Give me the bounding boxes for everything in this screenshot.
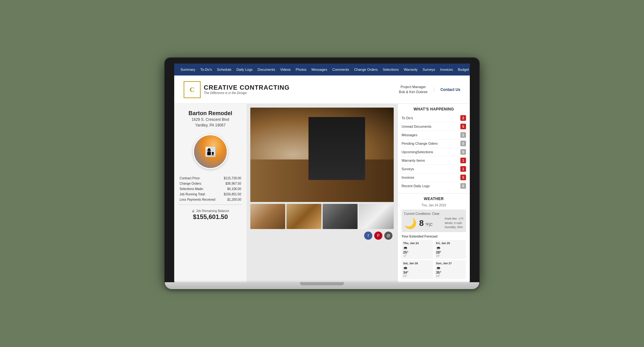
happening-item-change-orders[interactable]: Pending Change Oders 0 (402, 139, 466, 148)
thumbnail-4[interactable] (359, 204, 394, 229)
change-orders-value: $36,967.50 (221, 181, 241, 186)
header: C CREATIVE CONTRACTING The Difference is… (174, 76, 470, 104)
forecast-fri: Fri, Jan 25 🌧 28° 10° (435, 240, 466, 259)
payments-value: $1,200.00 (221, 197, 241, 202)
company-tagline: The Difference is in the Design (204, 91, 290, 95)
nav-warranty[interactable]: Warranty (401, 68, 420, 71)
happening-item-todos[interactable]: To Do's 2 (402, 114, 466, 122)
center-panel: f P @ (247, 104, 397, 282)
running-total-label: Job Running Total: (180, 192, 221, 197)
nav-bar: Summary To-Do's Schedule Daily Logs Docu… (174, 64, 470, 76)
logo-area: C CREATIVE CONTRACTING The Difference is… (184, 81, 290, 98)
happening-label-warranty: Warranty Items (402, 159, 425, 162)
laptop-base (165, 282, 479, 289)
social-icons: f P @ (250, 232, 394, 240)
financials-table: Contract Price: $115,728.00 Change Order… (179, 175, 242, 203)
balance-section: 🖨 Job Remaining Balance $155,601.50 (192, 209, 229, 221)
happening-label-docs: Unread Documents (402, 125, 431, 128)
right-panel: WHAT'S HAPPENING To Do's 2 Unread Docume… (397, 104, 470, 282)
logo-icon: C (184, 81, 201, 98)
main-content: Barton Remodel 1629 S. Crescent Blvd Yar… (174, 104, 470, 282)
selections-row: Selections Made: $4,106.00 (180, 187, 241, 191)
conditions-details: Feels like: -1°F Winds: 5 mph Humidity: … (445, 217, 464, 230)
selections-label: Selections Made: (180, 187, 221, 191)
nav-videos[interactable]: Videos (278, 68, 293, 71)
nav-selections[interactable]: Selections (380, 68, 401, 71)
nav-daily-logs[interactable]: Daily Logs (234, 68, 255, 71)
balance-label: 🖨 Job Remaining Balance (192, 209, 229, 213)
printer-icon: 🖨 (192, 209, 195, 213)
happening-badge-daily-logs: 0 (460, 183, 466, 189)
thumbnail-3[interactable] (323, 204, 358, 229)
happening-badge-messages: 1 (460, 132, 466, 138)
nav-comments[interactable]: Comments (330, 68, 352, 71)
happening-label-change-orders: Pending Change Oders (402, 142, 438, 145)
happening-badge-todos: 2 (460, 115, 466, 121)
whats-happening-section: WHAT'S HAPPENING To Do's 2 Unread Docume… (398, 104, 470, 193)
nav-todos[interactable]: To-Do's (198, 68, 214, 71)
happening-item-selections[interactable]: UpcomingSelections 0 (402, 148, 466, 156)
payments-row: Less Payments Received: $1,200.00 (180, 197, 241, 202)
nav-change-orders[interactable]: Change Orders (352, 68, 380, 71)
happening-badge-change-orders: 0 (460, 141, 466, 146)
current-conditions: Current Conditions: Clear 🌙 8 °F|C (402, 210, 466, 232)
weather-section: WEATHER Thu, Jan 24 2019 Current Conditi… (398, 193, 470, 282)
screen: Summary To-Do's Schedule Daily Logs Docu… (174, 64, 470, 282)
happening-item-daily-logs[interactable]: Recent Daily Logs 0 (402, 182, 466, 190)
pinterest-icon[interactable]: P (374, 232, 382, 240)
conditions-label: Current Conditions: Clear (404, 212, 464, 215)
forecast-grid: Thu, Jan 24 🌧 25° -2° Fri, Jan 25 🌧 28° (402, 240, 466, 279)
thumbnail-1[interactable] (250, 204, 285, 229)
email-icon[interactable]: @ (384, 232, 392, 240)
financials: Contract Price: $115,728.00 Change Order… (179, 175, 242, 207)
weather-date: Thu, Jan 24 2019 (402, 204, 466, 207)
project-title: Barton Remodel 1629 S. Crescent Blvd Yar… (188, 110, 232, 128)
thumbnail-2[interactable] (286, 204, 321, 229)
nav-summary[interactable]: Summary (178, 68, 198, 71)
avatar-image: 👩‍👦 (194, 135, 227, 168)
contract-price-label: Contract Price: (180, 176, 221, 181)
left-panel: Barton Remodel 1629 S. Crescent Blvd Yar… (174, 104, 247, 282)
forecast-sat: Sat, Jan 26 🌧 34° 23° (402, 260, 433, 279)
nav-photos[interactable]: Photos (293, 68, 309, 71)
header-right: Project Manager Bob & Kim Dubree Contact… (399, 85, 460, 94)
room-scene-image (250, 108, 394, 202)
project-manager-info: Project Manager Bob & Kim Dubree (399, 85, 428, 94)
change-orders-label: Change Orders: (180, 181, 221, 186)
happening-item-messages[interactable]: Messages 1 (402, 131, 466, 139)
nav-messages[interactable]: Messages (309, 68, 330, 71)
facebook-icon[interactable]: f (364, 232, 372, 240)
happening-label-daily-logs: Recent Daily Logs (402, 184, 430, 188)
happening-badge-docs: 5 (460, 124, 466, 129)
company-name: CREATIVE CONTRACTING (204, 84, 290, 91)
nav-budget[interactable]: Budget (455, 68, 470, 71)
happening-badge-invoices: 5 (460, 175, 466, 180)
contract-price-value: $115,728.00 (221, 176, 241, 181)
contact-us-button[interactable]: Contact Us (434, 87, 460, 92)
laptop-container: Summary To-Do's Schedule Daily Logs Docu… (165, 58, 479, 289)
screen-bezel: Summary To-Do's Schedule Daily Logs Docu… (165, 58, 479, 282)
nav-invoices[interactable]: Invoices (438, 68, 455, 71)
happening-item-invoices[interactable]: Invoices 5 (402, 173, 466, 182)
nav-surveys[interactable]: Surveys (420, 68, 438, 71)
temperature-display: 8 °F|C (419, 218, 433, 228)
forecast-title: Your Extended Forecast (402, 235, 466, 238)
happening-badge-warranty: 1 (460, 158, 466, 163)
logo-text: CREATIVE CONTRACTING The Difference is i… (204, 84, 290, 95)
happening-label-surveys: Surveys (402, 167, 414, 171)
happening-label-invoices: Invoices (402, 176, 414, 179)
running-total-value: $156,801.50 (221, 192, 241, 197)
project-address-line1: 1629 S. Crescent Blvd (188, 117, 232, 122)
weather-icon: 🌙 (404, 218, 417, 228)
happening-item-docs[interactable]: Unread Documents 5 (402, 122, 466, 131)
main-project-image[interactable] (250, 108, 394, 202)
weather-title: WEATHER (402, 197, 466, 201)
happening-item-surveys[interactable]: Surveys 1 (402, 165, 466, 173)
forecast-sun: Sun, Jan 27 🌧 35° 19° (435, 260, 466, 279)
nav-schedule[interactable]: Schedule (214, 68, 234, 71)
happening-label-messages: Messages (402, 133, 417, 137)
nav-documents[interactable]: Documents (255, 68, 278, 71)
happening-label-selections: UpcomingSelections (402, 150, 433, 154)
thumbnail-row (250, 204, 394, 229)
happening-item-warranty[interactable]: Warranty Items 1 (402, 156, 466, 165)
